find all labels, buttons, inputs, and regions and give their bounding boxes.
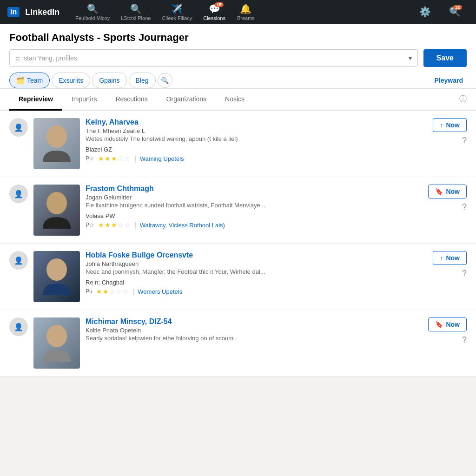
settings-nav-icon: ⚙️ <box>419 6 431 17</box>
filter-tab-exsuriits-label: Exsuriits <box>59 77 83 84</box>
result-2-info: Frastom Chthmagh Jogan Gelumitter Fle li… <box>86 185 423 229</box>
result-3-help-icon[interactable]: ? <box>462 269 467 278</box>
result-2-avatar-svg <box>38 187 75 233</box>
result-2-avatars: 👤 <box>9 185 28 203</box>
linkedin-wordmark: LinkedIn <box>25 7 60 17</box>
result-1-actions: ↑ Now ? <box>433 118 467 145</box>
filter-tab-gpains[interactable]: Gpains <box>92 73 126 88</box>
result-3-avatar-svg <box>38 253 75 300</box>
result-2-name[interactable]: Frastom Chthmagh <box>86 185 423 193</box>
result-1-name[interactable]: Kelny, Aharvea <box>86 118 427 126</box>
result-1-pipe: | <box>134 155 136 162</box>
result-3-name[interactable]: Hobla Foske Bullge Orcensvte <box>86 251 427 259</box>
result-tab-organizations[interactable]: Organizations <box>157 89 216 111</box>
result-2-large-avatar <box>33 185 80 236</box>
search-input[interactable] <box>24 54 409 62</box>
result-2-company: Volasa PW <box>86 212 423 219</box>
result-tab-rescutions-label: Rescutions <box>115 95 147 103</box>
result-1-rating-label: P☆ <box>86 155 94 162</box>
nav-item-click[interactable]: ✈️ Clleek Filiacy <box>157 1 197 23</box>
linkedin-logo: in <box>7 7 20 17</box>
result-2-btn-icon: 🔖 <box>435 188 443 195</box>
result-item-3: 👤 Hobla Foske Bullge Orcensvte Johia Nar… <box>0 244 476 310</box>
nav-item-find[interactable]: 🔍 Feulbold Micoy <box>71 1 114 23</box>
result-tab-nosics[interactable]: Nosics <box>216 89 254 111</box>
nav-item-sessions[interactable]: 💬 1E Clessions <box>198 1 230 23</box>
result-1-subtitle: The I. Mheen Zearie L <box>86 127 427 134</box>
stock-nav-icon: 🔍 <box>130 3 142 14</box>
result-1-desc: Wetes industely The lonstwiid waking, ap… <box>86 135 427 142</box>
save-button[interactable]: Save <box>423 49 467 67</box>
result-1-help-icon[interactable]: ? <box>462 136 467 145</box>
filter-tab-team[interactable]: 🗂️ Team <box>9 73 50 88</box>
nav-item-dreams-label: Breams <box>237 15 255 21</box>
result-tabs-info-icon[interactable]: ⓘ <box>459 94 467 104</box>
nav-item-sessions-label: Clessions <box>203 15 225 21</box>
result-1-large-avatar <box>33 118 80 169</box>
nav-item-dreams[interactable]: 🔔 Breams <box>232 1 260 23</box>
result-4-help-icon[interactable]: ? <box>462 335 467 345</box>
dreams-nav-icon: 🔔 <box>240 3 251 14</box>
result-4-small-avatar: 👤 <box>9 317 28 336</box>
filter-tab-bleg[interactable]: Bleg <box>129 73 156 88</box>
result-4-large-avatar <box>33 317 80 369</box>
result-tab-reprieview-label: Reprieview <box>19 95 53 103</box>
result-tab-reprieview[interactable]: Reprieview <box>9 89 62 111</box>
filter-tabs: 🗂️ Team Exsuriits Gpains Bleg 🔍 Pleyward <box>9 73 467 88</box>
search-badge: 1E <box>453 5 462 10</box>
result-3-action-btn[interactable]: ↑ Now <box>433 251 467 265</box>
result-4-action-btn[interactable]: 🔖 Now <box>428 317 467 331</box>
svg-point-2 <box>46 258 67 281</box>
result-3-rating-label: Pu <box>86 288 93 295</box>
nav-item-click-label: Clleek Filiacy <box>162 15 192 21</box>
result-1-small-avatar: 👤 <box>9 118 28 137</box>
filter-tab-team-label: Team <box>27 77 43 84</box>
result-4-info: Michimar Minscy, DIZ-54 Koltle Pnata Ope… <box>86 317 423 345</box>
result-3-company: Re n: Chagbal <box>86 279 427 286</box>
result-2-small-avatar: 👤 <box>9 185 28 203</box>
search-input-wrap[interactable]: ⌕ ▾ <box>9 49 418 67</box>
result-1-tag[interactable]: Waming Upetels <box>140 155 184 162</box>
result-4-name[interactable]: Michimar Minscy, DIZ-54 <box>86 317 423 326</box>
result-2-btn-label: Now <box>446 188 460 195</box>
result-3-tag[interactable]: Wemers Upetels <box>138 288 182 295</box>
page-title: Football Analysts - Sports Journager <box>9 32 467 44</box>
result-2-pipe: | <box>134 221 136 229</box>
results-list: 👤 Kelny, Aharvea The I. Mheen Zearie L W… <box>0 111 476 377</box>
filter-tab-bleg-label: Bleg <box>136 77 149 84</box>
search-input-icon: ⌕ <box>15 54 20 62</box>
page-header: Football Analysts - Sports Journager ⌕ ▾… <box>0 24 476 89</box>
result-1-company: Blazel GZ <box>86 146 427 153</box>
svg-point-1 <box>46 192 67 214</box>
result-2-help-icon[interactable]: ? <box>462 202 467 212</box>
result-3-subtitle: Johia Narthragueen <box>86 260 427 267</box>
sessions-badge: 1E <box>215 2 224 7</box>
result-3-large-avatar <box>33 251 80 302</box>
result-1-action-btn[interactable]: ↑ Now <box>433 118 467 132</box>
nav-item-stock[interactable]: 🔍 LStctkl Pione <box>116 1 155 23</box>
result-2-action-btn[interactable]: 🔖 Now <box>428 185 467 198</box>
result-1-stars: ★★★☆☆ <box>98 155 131 162</box>
result-3-rating-row: Pu ★★☆☆☆ | Wemers Upetels <box>86 288 427 295</box>
search-dropdown-arrow[interactable]: ▾ <box>409 54 412 62</box>
result-item-1: 👤 Kelny, Aharvea The I. Mheen Zearie L W… <box>0 111 476 177</box>
result-tab-impurtirs[interactable]: Impurtirs <box>62 89 106 111</box>
result-3-info: Hobla Foske Bullge Orcensvte Johia Narth… <box>86 251 427 295</box>
filter-tab-exsuriits[interactable]: Exsuriits <box>52 73 90 88</box>
result-4-subtitle: Koltle Pnata Opetein <box>86 327 423 334</box>
nav-item-settings[interactable]: ⚙️ <box>411 4 439 20</box>
result-3-btn-icon: ↑ <box>440 254 443 262</box>
result-2-rating-label: P☆ <box>86 222 94 228</box>
result-tab-rescutions[interactable]: Rescutions <box>106 89 157 111</box>
result-4-avatars: 👤 <box>9 317 28 336</box>
result-3-btn-label: Now <box>446 254 460 262</box>
filter-tab-gpains-label: Gpains <box>99 77 119 84</box>
keyword-link[interactable]: Pleyward <box>431 73 467 88</box>
filter-search-button[interactable]: 🔍 <box>158 73 172 88</box>
nav-item-find-label: Feulbold Micoy <box>75 15 110 21</box>
svg-point-3 <box>46 325 67 347</box>
result-tabs: Reprieview Impurtirs Rescutions Organiza… <box>0 89 476 111</box>
nav-item-search[interactable]: 🔍 1E <box>441 4 469 20</box>
result-2-stars: ★★★☆☆ <box>98 221 131 229</box>
result-2-tag[interactable]: Walrawcy, Vicless Rothool Lais) <box>140 222 225 229</box>
